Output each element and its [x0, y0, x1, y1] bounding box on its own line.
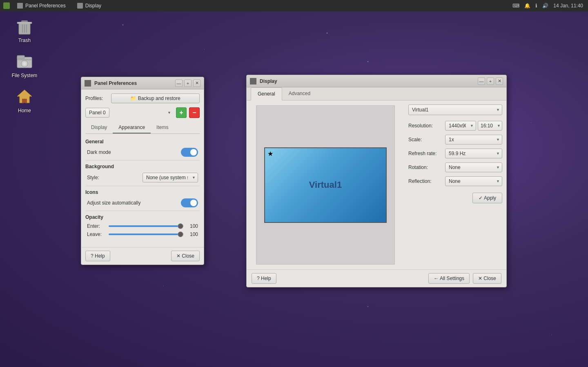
separator-3	[85, 211, 200, 211]
background-section-header: Background	[85, 164, 200, 169]
separator-1	[85, 160, 200, 160]
dark-mode-toggle[interactable]	[181, 148, 198, 157]
tab-items[interactable]: Items	[151, 122, 174, 133]
home-icon-label: Home	[18, 108, 31, 113]
taskbar-panel-prefs-label: Panel Preferences	[25, 3, 66, 9]
scale-value-wrapper: 1x 2x	[445, 135, 502, 145]
taskbar-info-icon: ℹ	[535, 3, 537, 9]
desktop-icon-filesystem[interactable]: File System	[8, 51, 41, 78]
apply-button[interactable]: ✓ Apply	[472, 193, 502, 203]
profiles-label: Profiles:	[85, 96, 108, 101]
separator-2	[85, 186, 200, 186]
style-select-wrapper: None (use system style) Solid color Grad…	[143, 173, 198, 182]
reflection-select[interactable]: None Horizontal Vertical	[445, 176, 502, 186]
titlebar-buttons: — + ✕	[175, 80, 200, 87]
refresh-select[interactable]: 59.9 Hz 60 Hz	[445, 149, 502, 158]
rotation-select[interactable]: None 90° 180° 270°	[445, 162, 502, 172]
backup-restore-button[interactable]: 📁 Backup and restore	[111, 93, 200, 103]
profiles-row: Profiles: 📁 Backup and restore	[85, 93, 200, 103]
display-bottom-right: ← All Settings ✕ Close	[428, 273, 501, 284]
rotation-label: Rotation:	[408, 165, 445, 170]
monitor-select[interactable]: Virtual1	[408, 105, 502, 115]
panel-prefs-bottom: ? Help ✕ Close	[81, 247, 204, 265]
filesystem-icon	[15, 51, 34, 71]
remove-panel-button[interactable]: −	[189, 107, 200, 118]
panel-prefs-close-button[interactable]: ✕ Close	[171, 251, 200, 261]
resolution-select-wrapper: 1440x900	[445, 121, 476, 131]
trash-icon	[15, 16, 34, 36]
reflection-label: Reflection:	[408, 178, 445, 184]
monitor-select-wrapper: Virtual1	[408, 105, 502, 115]
style-row: Style: None (use system style) Solid col…	[85, 173, 200, 182]
taskbar-kbd-icon: ⌨	[512, 3, 519, 9]
reflection-value-wrapper: None Horizontal Vertical	[445, 176, 502, 186]
desktop-icon-trash[interactable]: Trash	[8, 16, 41, 43]
display-content: ★ Virtual1 Virtual1 Resolution:	[247, 100, 506, 269]
add-panel-button[interactable]: +	[176, 107, 187, 118]
apply-btn-container: ✓ Apply	[408, 193, 502, 203]
taskbar-volume-icon: 🔊	[542, 3, 548, 9]
minimize-button[interactable]: —	[175, 80, 183, 87]
taskbar-panel-prefs[interactable]: Panel Preferences	[13, 0, 70, 11]
desktop-icon-home[interactable]: Home	[8, 87, 41, 113]
taskbar-right: ⌨ 🔔 ℹ 🔊 14 Jan, 11:40	[508, 3, 588, 9]
taskbar-left: Panel Preferences Display	[0, 0, 109, 11]
rotation-row: Rotation: None 90° 180° 270°	[408, 162, 502, 172]
display-window-icon	[77, 3, 83, 9]
monitor-preview-area: ★ Virtual1	[247, 100, 404, 269]
resolution-label: Resolution:	[408, 123, 445, 129]
app-menu-icon[interactable]	[3, 2, 10, 9]
ratio-select[interactable]: 16:10	[478, 121, 502, 131]
enter-label: Enter:	[87, 223, 105, 229]
panel-select-wrapper: Panel 0	[85, 108, 174, 118]
rotation-value-wrapper: None 90° 180° 270°	[445, 162, 502, 172]
reflection-row: Reflection: None Horizontal Vertical	[408, 176, 502, 186]
scale-row: Scale: 1x 2x	[408, 135, 502, 145]
display-title: Display	[260, 78, 478, 84]
auto-size-toggle[interactable]	[181, 198, 198, 207]
tab-general[interactable]: General	[251, 87, 282, 100]
style-select[interactable]: None (use system style) Solid color Grad…	[143, 173, 198, 182]
monitor-active-star: ★	[267, 150, 273, 158]
display-help-button[interactable]: ? Help	[252, 273, 276, 284]
panel-prefs-content: Profiles: 📁 Backup and restore Panel 0 +…	[81, 89, 204, 244]
auto-size-label: Adjust size automatically	[87, 200, 181, 206]
home-icon	[15, 87, 34, 106]
leave-slider[interactable]	[109, 234, 183, 235]
refresh-label: Refresh rate:	[408, 151, 445, 156]
scale-select[interactable]: 1x 2x	[445, 135, 502, 145]
taskbar-display[interactable]: Display	[73, 0, 105, 11]
display-close-bottom-button[interactable]: ✕ Close	[473, 273, 501, 284]
desktop: Panel Preferences Display ⌨ 🔔 ℹ 🔊 14 Jan…	[0, 0, 588, 367]
leave-slider-row: Leave: 100	[85, 231, 200, 237]
svg-rect-10	[22, 99, 27, 103]
maximize-button[interactable]: +	[184, 80, 192, 87]
taskbar-display-label: Display	[85, 3, 101, 9]
panel-tabs: Display Appearance Items	[85, 122, 200, 134]
close-button[interactable]: ✕	[193, 80, 200, 87]
resolution-select[interactable]: 1440x900	[445, 121, 476, 131]
panel-select[interactable]: Panel 0	[85, 108, 109, 118]
svg-rect-2	[17, 22, 32, 24]
style-label: Style:	[87, 175, 143, 180]
opacity-section-header: Opacity	[85, 214, 200, 220]
scale-label: Scale:	[408, 137, 445, 142]
display-maximize-button[interactable]: +	[487, 78, 494, 85]
tab-advanced[interactable]: Advanced	[282, 87, 317, 100]
desktop-icons: Trash File System	[8, 16, 41, 113]
refresh-row: Refresh rate: 59.9 Hz 60 Hz	[408, 149, 502, 158]
display-settings-panel: Virtual1 Resolution: 1440x900	[404, 100, 506, 269]
display-minimize-button[interactable]: —	[478, 78, 485, 85]
monitor-screen[interactable]: ★ Virtual1	[264, 147, 387, 223]
enter-slider[interactable]	[109, 225, 183, 227]
monitor-screen-label: Virtual1	[309, 180, 342, 190]
panel-prefs-window: Panel Preferences — + ✕ Profiles: 📁 Back…	[81, 77, 204, 265]
enter-slider-row: Enter: 100	[85, 223, 200, 229]
display-close-button[interactable]: ✕	[496, 78, 503, 85]
icons-section-header: Icons	[85, 189, 200, 195]
panel-prefs-help-button[interactable]: ? Help	[85, 251, 110, 261]
general-section-header: General	[85, 139, 200, 145]
tab-appearance[interactable]: Appearance	[113, 122, 151, 133]
tab-display[interactable]: Display	[85, 122, 113, 133]
all-settings-button[interactable]: ← All Settings	[428, 273, 470, 284]
